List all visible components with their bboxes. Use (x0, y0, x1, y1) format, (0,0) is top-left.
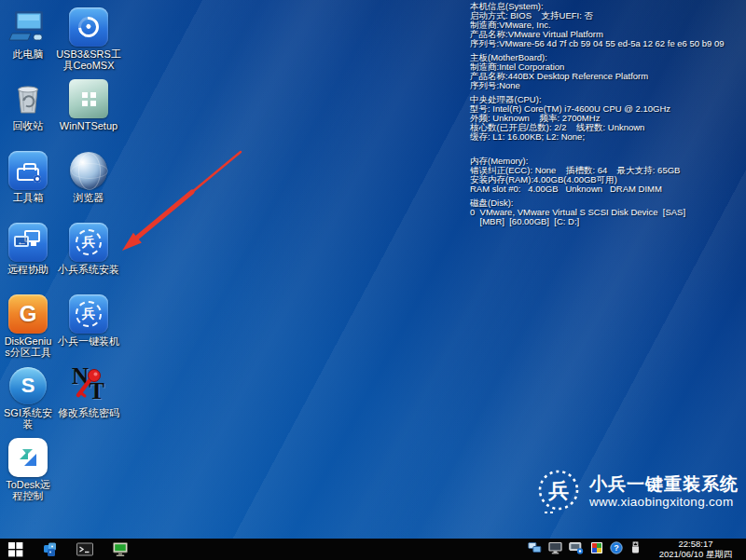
usb-eject-icon[interactable] (629, 541, 642, 558)
watermark-brand: 小兵一键重装系统 (589, 474, 739, 495)
start-button[interactable] (7, 539, 23, 560)
recycle-bin-icon (8, 79, 48, 118)
taskbar-left (0, 539, 129, 560)
clock-time: 22:58:17 (653, 540, 739, 550)
desktop-icon-label: USB3&SRS工具CeoMSX (54, 48, 123, 71)
system-info-panel: 本机信息(System): 启动方式: BIOS 支持UEFI: 否 制造商:V… (470, 2, 725, 231)
color-profile-icon[interactable] (590, 541, 603, 558)
clock-date: 2021/06/10 星期四 (653, 550, 739, 560)
desktop-icon-label: WinNTSetup (60, 120, 117, 131)
cpu-section: 中央处理器(CPU): 型号: Intel(R) Core(TM) i7-460… (470, 95, 725, 142)
screen: 此电脑 回收站 工具箱 (0, 0, 746, 560)
xiaobing-install-icon: 兵 (69, 223, 108, 262)
remote-assist-icon: ← (8, 223, 48, 262)
desktop-icon-diskgenius[interactable]: G DiskGenius分区工具 (2, 291, 54, 362)
svg-text:兵: 兵 (547, 479, 569, 502)
toolbox-icon (8, 151, 48, 190)
desktop-icon-this-pc[interactable]: 此电脑 (2, 4, 54, 75)
info-line: 序列号:VMware-56 4d 7f cb 59 04 55 ed-5a 12… (470, 39, 725, 48)
display-switch-icon[interactable] (112, 539, 129, 560)
desktop-icon-todesk[interactable]: ToDesk远程控制 (2, 434, 54, 506)
sgi-install-icon: S (8, 366, 48, 405)
usb3-srs-icon (69, 7, 108, 47)
change-password-icon: N T (69, 366, 108, 405)
browser-icon (69, 151, 108, 190)
info-line: [MBR] [60.00GB] [C: D:] (470, 217, 725, 226)
desktop-icon-label: 小兵一键装机 (58, 335, 119, 347)
svg-text:?: ? (614, 543, 619, 553)
desktop-icon-label: 工具箱 (13, 192, 44, 203)
desktop-icon-sgi-install[interactable]: S SGI系统安装 (2, 362, 54, 434)
xiaobing-onekey-icon: 兵 (69, 294, 108, 334)
winntsetup-icon (69, 79, 108, 118)
disk-section: 磁盘(Disk): 0 VMware, VMware Virtual S SCS… (470, 198, 725, 226)
diskgenius-icon: G (8, 294, 48, 334)
desktop-icon-label: SGI系统安装 (2, 407, 54, 430)
desktop-icon-label: 回收站 (13, 120, 44, 131)
system-section: 本机信息(System): 启动方式: BIOS 支持UEFI: 否 制造商:V… (470, 2, 725, 48)
info-line: 序列号:None (470, 81, 725, 90)
desktop-icon-label: DiskGenius分区工具 (2, 335, 54, 358)
memory-section: 内存(Memory): 错误纠正(ECC): None 插槽数: 64 最大支持… (470, 157, 725, 194)
vm-display-icon[interactable] (569, 541, 584, 558)
desktop-icon-label: 远程协助 (7, 264, 48, 275)
todesk-icon (8, 438, 48, 477)
desktop-icon-label: 修改系统密码 (58, 407, 119, 418)
watermark: 兵 小兵一键重装系统 www.xiaobingxitong.com (533, 466, 739, 518)
desktop-icon-label: 小兵系统安装 (58, 264, 119, 275)
watermark-url: www.xiaobingxitong.com (589, 495, 739, 510)
desktop-icon-label: 此电脑 (13, 48, 44, 60)
taskbar-clock[interactable]: 22:58:17 2021/06/10 星期四 (649, 540, 742, 559)
this-pc-icon (8, 7, 48, 47)
system-tray: ? (528, 541, 642, 558)
cmd-icon[interactable] (76, 539, 93, 560)
display-icon[interactable] (548, 541, 562, 558)
pe-tools-icon[interactable] (42, 539, 58, 560)
desktop-icon-label: ToDesk远程控制 (2, 479, 54, 501)
desktop-icon-column-2: USB3&SRS工具CeoMSX WinNTSetup 浏览器 兵 小兵系统安装… (54, 4, 123, 434)
desktop-icon-toolbox[interactable]: 工具箱 (2, 147, 54, 219)
network-icon[interactable] (528, 541, 542, 558)
desktop-icon-change-password[interactable]: N T 修改系统密码 (54, 362, 123, 434)
info-line: RAM slot #0: 4.00GB Unknown DRAM DIMM (470, 184, 725, 194)
desktop-icon-xiaobing-install[interactable]: 兵 小兵系统安装 (54, 219, 123, 291)
xiaobing-logo-icon: 兵 (533, 466, 584, 518)
motherboard-section: 主板(MotherBoard): 制造商:Intel Corporation 产… (470, 53, 725, 90)
info-line: 缓存: L1: 16.00KB; L2: None; (470, 132, 725, 142)
desktop-icon-xiaobing-onekey[interactable]: 兵 小兵一键装机 (54, 291, 123, 362)
help-icon[interactable]: ? (610, 541, 623, 558)
desktop-icon-remote-assist[interactable]: ← 远程协助 (2, 219, 54, 291)
taskbar-right: ? 22:58:17 2021/06/10 星期四 (528, 540, 746, 559)
desktop-icon-recycle-bin[interactable]: 回收站 (2, 75, 54, 147)
desktop-icon-label: 浏览器 (74, 192, 104, 203)
desktop-icon-winntsetup[interactable]: WinNTSetup (54, 75, 123, 147)
desktop-icon-usb3-srs[interactable]: USB3&SRS工具CeoMSX (54, 4, 123, 75)
desktop-icon-column-1: 此电脑 回收站 工具箱 (2, 4, 54, 506)
desktop-icon-browser[interactable]: 浏览器 (54, 147, 123, 219)
taskbar: ? 22:58:17 2021/06/10 星期四 (0, 539, 746, 560)
